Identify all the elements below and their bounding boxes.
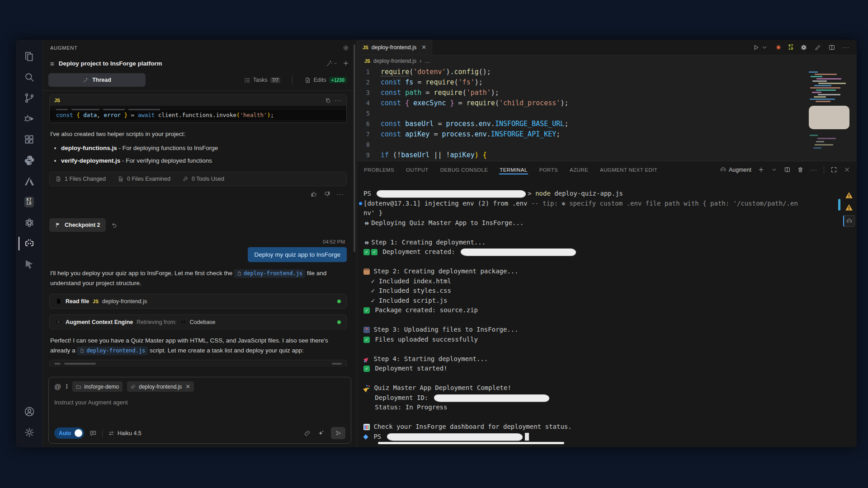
- terminal-tab-augment-next-edit[interactable]: AUGMENT NEXT EDIT: [599, 163, 658, 177]
- terminal-line: Step 2: Creating deployment package...: [363, 267, 839, 277]
- code-editor[interactable]: 1require('dotenv').config();2const fs = …: [357, 67, 857, 161]
- terminal-tab-debug-console[interactable]: DEBUG CONSOLE: [440, 163, 489, 177]
- redaction-scribble: [387, 433, 523, 441]
- chk-icon: [363, 337, 370, 343]
- terminal-tab-terminal[interactable]: TERMINAL: [499, 163, 528, 177]
- python-icon[interactable]: [19, 150, 40, 171]
- remove-chip-icon[interactable]: ✕: [185, 383, 190, 390]
- search-icon[interactable]: [19, 67, 40, 88]
- revert-checkpoint-icon[interactable]: [111, 222, 118, 229]
- panel-settings-gear-icon[interactable]: [342, 44, 349, 52]
- feedback-icon[interactable]: [90, 430, 97, 437]
- thread-menu-icon[interactable]: ≡: [50, 60, 54, 67]
- close-tab-icon[interactable]: ✕: [421, 44, 426, 51]
- terminal-dropdown-icon[interactable]: [771, 166, 778, 173]
- context-engine-card[interactable]: Augment Context Engine Retrieving from: …: [49, 314, 347, 329]
- tab-edits[interactable]: Edits +1230: [300, 77, 351, 84]
- code-line: 6const baseUrl = process.env.INSFORGE_BA…: [357, 119, 857, 129]
- changes-summary-bar[interactable]: 1 Files Changed0 Files Examined0 Tools U…: [49, 172, 347, 186]
- context-chip-folder[interactable]: insforge-demo: [72, 381, 123, 392]
- source-control-icon[interactable]: [19, 88, 40, 108]
- tab-thread[interactable]: Thread: [48, 73, 146, 87]
- terminal-tab-ports[interactable]: PORTS: [539, 163, 558, 177]
- azure-icon[interactable]: [19, 171, 40, 192]
- explorer-icon[interactable]: [19, 46, 40, 67]
- terminal-scrollbar[interactable]: [838, 199, 840, 211]
- minimap-mark: [809, 71, 818, 73]
- redaction-scribble: [434, 394, 549, 402]
- checkpoint-button[interactable]: Checkpoint 2: [49, 218, 106, 232]
- editor-more-icon[interactable]: ···: [842, 45, 849, 50]
- terminal-more-icon[interactable]: ···: [810, 168, 817, 172]
- terminal-tab-problems[interactable]: PROBLEMS: [363, 163, 395, 177]
- chat-scrollbar[interactable]: [354, 44, 355, 252]
- terminal-line: Package created: source.zip: [363, 305, 839, 315]
- wand-icon[interactable]: [326, 60, 338, 67]
- user-message-bubble: Deploy my quiz app to InsForge: [248, 247, 347, 262]
- read-file-card[interactable]: Read file JS deploy-frontend.js: [49, 294, 347, 309]
- model-selector[interactable]: Haiku 4.5: [108, 430, 142, 436]
- edit-icon[interactable]: [814, 44, 821, 51]
- editor-group: JS deploy-frontend.js ✕ K7LO ··· JS depl…: [357, 40, 857, 447]
- chk-icon: [363, 307, 370, 314]
- split-editor-icon[interactable]: [828, 44, 835, 51]
- maximize-panel-icon: [830, 166, 837, 173]
- terminal-line: [363, 344, 839, 354]
- close-panel-icon[interactable]: [844, 166, 850, 173]
- run-button[interactable]: [753, 44, 768, 51]
- code-line: 9if (!baseUrl || !apiKey) {: [357, 150, 857, 160]
- file-chip[interactable]: deploy-frontend.js: [234, 269, 305, 278]
- copy-icon[interactable]: [325, 98, 331, 103]
- tab-deploy-frontend[interactable]: JS deploy-frontend.js ✕: [357, 40, 432, 55]
- edits-count-badge: +1230: [329, 77, 347, 83]
- split-terminal-icon[interactable]: [784, 166, 791, 173]
- mention-icon[interactable]: @: [54, 383, 61, 390]
- terminal-profile-label: Augment: [729, 167, 751, 173]
- panel-title: AUGMENT: [50, 45, 78, 51]
- new-terminal-icon[interactable]: [758, 166, 764, 173]
- kilo-code-icon[interactable]: K7LO: [19, 192, 40, 212]
- augment-starburst-icon[interactable]: [775, 44, 782, 51]
- file-chip[interactable]: deploy-frontend.js: [77, 347, 148, 355]
- terminal-tab-output[interactable]: OUTPUT: [406, 163, 429, 177]
- agent-input-box[interactable]: @ I insforge-demo deploy-frontend.js ✕ I…: [48, 377, 351, 444]
- breadcrumb[interactable]: JS deploy-frontend.js › …: [357, 55, 857, 67]
- chk-icon: [363, 249, 370, 255]
- thumbs-down-icon[interactable]: [324, 191, 330, 197]
- kilo-code-icon[interactable]: K7LO: [789, 44, 793, 51]
- minimap-mark: [814, 96, 826, 98]
- augment-edge-badge[interactable]: [843, 215, 855, 227]
- terminal-tab-azure[interactable]: AZURE: [569, 163, 589, 177]
- file-icon: [55, 298, 62, 305]
- auto-toggle[interactable]: Auto: [54, 427, 84, 439]
- more-actions-icon[interactable]: ···: [335, 98, 342, 103]
- input-placeholder[interactable]: Instruct your Augment agent: [54, 399, 345, 406]
- tab-tasks[interactable]: Tasks 7/7: [239, 77, 285, 84]
- new-thread-button[interactable]: [342, 60, 349, 67]
- context-chip-file[interactable]: deploy-frontend.js ✕: [127, 381, 194, 392]
- file-icon: [80, 348, 85, 353]
- attach-icon[interactable]: [304, 430, 311, 437]
- warning-icon[interactable]: [844, 191, 854, 200]
- augment-icon[interactable]: [19, 233, 40, 254]
- account-icon[interactable]: [19, 401, 40, 422]
- terminal[interactable]: PS > node deploy-quiz-app.js[dotenv@17.3…: [357, 178, 857, 447]
- openai-icon[interactable]: [19, 212, 40, 233]
- send-button[interactable]: [331, 427, 345, 439]
- terminal-profile-augment[interactable]: Augment: [720, 166, 751, 173]
- kill-terminal-icon[interactable]: [797, 166, 804, 173]
- thumbs-up-icon[interactable]: [311, 191, 317, 197]
- pointer-tool-icon[interactable]: [19, 254, 40, 275]
- model-label: Haiku 4.5: [118, 430, 142, 436]
- helper-scripts-list: deploy-functions.js - For deploying func…: [49, 144, 347, 166]
- message-more-icon[interactable]: ···: [337, 192, 344, 197]
- settings-gear-icon[interactable]: [19, 422, 40, 443]
- warning-icon[interactable]: [844, 203, 854, 212]
- run-debug-icon[interactable]: [19, 108, 40, 129]
- enhance-prompt-icon[interactable]: [317, 430, 325, 437]
- minimap[interactable]: [806, 69, 853, 159]
- openai-icon[interactable]: [800, 44, 807, 51]
- rkt-icon: [363, 356, 370, 362]
- extensions-icon[interactable]: [19, 129, 40, 150]
- status-dot: [337, 320, 341, 324]
